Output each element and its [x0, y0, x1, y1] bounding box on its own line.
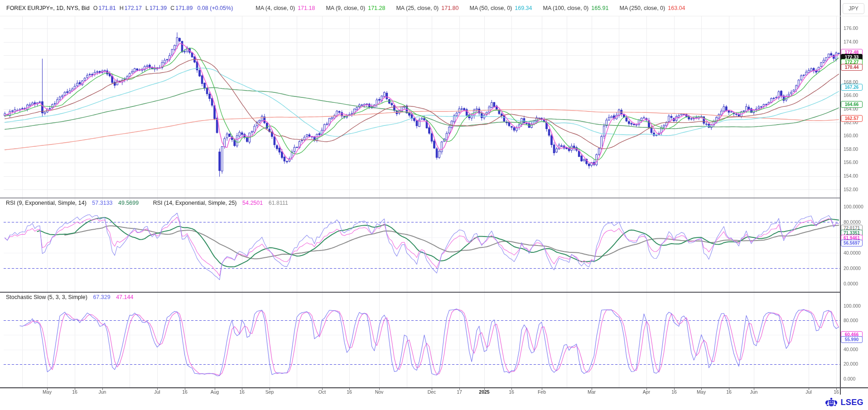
ohlc-value: 171.39: [149, 5, 167, 11]
ohlc-value: 172.17: [125, 5, 142, 11]
y-axis-label: 80.0000: [844, 219, 861, 225]
y-axis-label: 20.000: [844, 361, 858, 367]
y-axis-label: 158.00: [844, 146, 858, 152]
x-axis-label: Jul: [147, 389, 168, 395]
ohlc-label: L: [145, 5, 149, 11]
footer: LSEG: [0, 395, 868, 410]
x-axis-label: 16: [719, 389, 739, 395]
y-axis-label: 80.000: [844, 318, 858, 323]
price-badge: 56.5697: [841, 240, 863, 246]
ma-legend-value: 171.28: [368, 5, 385, 11]
x-axis-label: Aug: [204, 389, 225, 395]
lseg-logo: LSEG: [825, 397, 863, 408]
rsi-value-2: 49.5699: [118, 200, 139, 206]
lseg-crest-icon: [825, 397, 838, 408]
y-axis-label: 152.00: [844, 187, 858, 192]
y-axis-label: 160.00: [844, 133, 858, 138]
x-axis-label: Feb: [531, 389, 552, 395]
ma-legend-value: 171.80: [441, 5, 458, 11]
y-axis-label: 40.000: [844, 347, 858, 352]
x-axis-label: 2025: [474, 389, 495, 395]
rsi-value-1: 57.3133: [92, 200, 112, 206]
rsi-panel-header: RSI (9, Exponential, Simple, 14) 57.3133…: [6, 200, 288, 206]
ohlc-label: C: [170, 5, 174, 11]
ohlc-readout: O171.81H172.17L171.39C171.89: [90, 5, 193, 11]
rsi-title-2: RSI (14, Exponential, Simple, 25): [153, 200, 237, 206]
x-axis-label: Jun: [743, 389, 764, 395]
x-axis-label: 16: [339, 389, 360, 395]
chart-area: RSI (9, Exponential, Simple, 14) 57.3133…: [0, 16, 868, 395]
price-badge: 164.66: [841, 101, 863, 108]
chart-app: FOREX EURJPY=, 1D, NYS, Bid O171.81H172.…: [0, 0, 868, 410]
x-axis-label: Dec: [421, 389, 442, 395]
x-axis-label: 16: [501, 389, 522, 395]
instrument-title: FOREX EURJPY=, 1D, NYS, Bid: [6, 5, 90, 11]
x-axis-label: 16: [826, 389, 847, 395]
ohlc-value: 171.89: [175, 5, 193, 11]
x-axis-label: Apr: [636, 389, 657, 395]
stoch-title: Stochastic Slow (5, 3, 3, Simple): [6, 294, 87, 300]
x-axis-label: 16: [64, 389, 85, 395]
ma-legend-label: MA (50, close, 0): [469, 5, 512, 11]
x-axis-label: 16: [174, 389, 195, 395]
y-axis-label: 0.000: [844, 376, 855, 381]
y-axis-label: 154.00: [844, 173, 858, 178]
x-axis-label: 17: [449, 389, 470, 395]
stoch-value-2: 47.144: [116, 294, 133, 300]
lseg-wordmark: LSEG: [840, 398, 863, 407]
y-axis-label: 100.000: [844, 303, 861, 309]
stoch-panel-header: Stochastic Slow (5, 3, 3, Simple) 67.329…: [6, 294, 133, 300]
x-axis-label: Oct: [312, 389, 333, 395]
ohlc-label: H: [120, 5, 124, 11]
x-axis-label: May: [37, 389, 58, 395]
rsi-title: RSI (9, Exponential, Simple, 14): [6, 200, 87, 206]
rsi-value-3: 54.2501: [242, 200, 263, 206]
y-axis-label: 0.0000: [844, 281, 858, 286]
stoch-value-1: 67.329: [93, 294, 110, 300]
y-axis-label: 20.0000: [844, 265, 861, 271]
y-axis-label: 174.00: [844, 39, 858, 44]
y-axis-label: 176.00: [844, 25, 858, 31]
y-axis-label: 156.00: [844, 159, 858, 165]
chart-header: FOREX EURJPY=, 1D, NYS, Bid O171.81H172.…: [0, 0, 868, 16]
x-axis-label: May: [691, 389, 712, 395]
x-axis-label: Sep: [259, 389, 280, 395]
ma-legend-label: MA (4, close, 0): [256, 5, 295, 11]
rsi-value-4: 61.8111: [269, 200, 288, 206]
y-axis-label: 40.0000: [844, 250, 861, 256]
ma-legend-label: MA (100, close, 0): [543, 5, 589, 11]
x-axis-label: Jun: [92, 389, 113, 395]
x-axis-label: 16: [664, 389, 685, 395]
y-axis-label: 166.00: [844, 92, 858, 98]
ma-legend-value: 165.91: [591, 5, 608, 11]
ohlc-value: 171.81: [98, 5, 116, 11]
ma-legend-value: 169.34: [515, 5, 532, 11]
price-badge: 170.44: [841, 64, 863, 71]
ma-legend-value: 171.18: [298, 5, 315, 11]
y-axis-label: 100.0000: [844, 204, 863, 209]
currency-button[interactable]: JPY: [843, 3, 864, 14]
x-axis-label: Jul: [798, 389, 819, 395]
x-axis-label: Nov: [369, 389, 390, 395]
price-badge: 167.26: [841, 84, 863, 91]
x-axis-label: 16: [231, 389, 252, 395]
price-badge: 55.990: [841, 336, 863, 343]
ma-legend: MA (4, close, 0)171.18MA (9, close, 0)17…: [245, 5, 685, 11]
ohlc-label: O: [93, 5, 98, 11]
x-axis-label: Mar: [581, 389, 602, 395]
ma-legend-label: MA (25, close, 0): [396, 5, 439, 11]
change-readout: 0.08 (+0.05%): [197, 5, 233, 11]
price-badge: 162.57: [841, 115, 863, 122]
ma-legend-label: MA (250, close, 0): [620, 5, 665, 11]
ma-legend-value: 163.04: [668, 5, 685, 11]
ma-legend-label: MA (9, close, 0): [326, 5, 365, 11]
